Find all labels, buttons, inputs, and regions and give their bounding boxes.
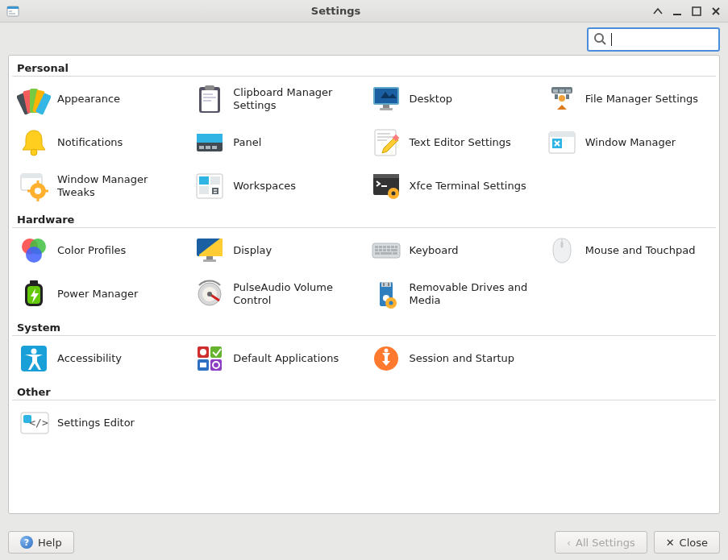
item-pulseaudio-volume-control[interactable]: PulseAudio Volume Control bbox=[189, 273, 362, 315]
clipboard-icon bbox=[193, 82, 227, 116]
item-color-profiles[interactable]: Color Profiles bbox=[14, 230, 186, 272]
item-label: Keyboard bbox=[410, 244, 459, 257]
item-mouse-and-touchpad[interactable]: Mouse and Touchpad bbox=[542, 230, 714, 272]
close-button[interactable]: ✕ Close bbox=[654, 531, 720, 554]
item-label: Settings Editor bbox=[57, 417, 135, 429]
item-label: Mouse and Touchpad bbox=[585, 244, 696, 257]
item-label: Clipboard Manager Settings bbox=[233, 86, 359, 113]
svg-rect-113 bbox=[693, 7, 701, 15]
item-desktop[interactable]: Desktop bbox=[366, 78, 539, 120]
item-label: Workspaces bbox=[233, 180, 296, 193]
footer: ? Help ‹ All Settings ✕ Close bbox=[0, 528, 728, 560]
volume-icon bbox=[193, 277, 227, 311]
close-icon: ✕ bbox=[666, 537, 675, 549]
item-appearance[interactable]: Appearance bbox=[14, 78, 186, 120]
rollup-button[interactable] bbox=[652, 6, 664, 17]
item-display[interactable]: Display bbox=[189, 230, 362, 272]
item-label: Xfce Terminal Settings bbox=[410, 180, 526, 193]
item-default-applications[interactable]: Default Applications bbox=[189, 338, 362, 380]
item-xfce-terminal-settings[interactable]: Xfce Terminal Settings bbox=[366, 165, 539, 207]
all-settings-label: All Settings bbox=[576, 537, 635, 549]
section-header-personal: Personal bbox=[12, 56, 716, 76]
item-label: Text Editor Settings bbox=[410, 136, 511, 149]
accessibility-icon bbox=[17, 342, 51, 375]
section-personal: Appearance Clipboard Manager Settings De… bbox=[12, 78, 716, 207]
section-system: Accessibility Default Applications Sessi… bbox=[12, 338, 716, 380]
titlebar: Settings bbox=[0, 0, 728, 23]
item-notifications[interactable]: Notifications bbox=[14, 122, 186, 164]
text-cursor bbox=[611, 33, 612, 46]
item-text-editor-settings[interactable]: Text Editor Settings bbox=[366, 122, 539, 164]
item-label: Power Manager bbox=[57, 288, 138, 301]
item-label: Accessibility bbox=[57, 352, 122, 365]
file-manager-icon bbox=[545, 82, 579, 116]
item-label: Panel bbox=[233, 136, 261, 149]
terminal-icon bbox=[369, 169, 403, 203]
item-label: Removable Drives and Media bbox=[410, 281, 535, 308]
item-window-manager[interactable]: Window Manager bbox=[542, 122, 714, 164]
chevron-left-icon: ‹ bbox=[567, 537, 571, 549]
help-icon: ? bbox=[20, 536, 33, 549]
window-title: Settings bbox=[19, 5, 652, 17]
item-window-manager-tweaks[interactable]: Window Manager Tweaks bbox=[14, 165, 186, 207]
item-workspaces[interactable]: Workspaces bbox=[189, 165, 362, 207]
workspaces-icon bbox=[193, 169, 227, 203]
item-file-manager-settings[interactable]: File Manager Settings bbox=[542, 78, 714, 120]
display-icon bbox=[193, 234, 227, 268]
window-manager-icon bbox=[545, 126, 579, 160]
item-session-and-startup[interactable]: Session and Startup bbox=[366, 338, 539, 380]
settings-editor-icon bbox=[17, 406, 51, 440]
search-row bbox=[0, 23, 728, 55]
search-icon bbox=[593, 32, 606, 48]
appearance-icon bbox=[17, 82, 51, 116]
bell-icon bbox=[17, 126, 51, 160]
desktop-icon bbox=[369, 82, 403, 116]
maximize-button[interactable] bbox=[691, 6, 702, 17]
color-icon bbox=[17, 234, 51, 268]
item-label: Desktop bbox=[410, 93, 453, 106]
item-label: Window Manager bbox=[585, 136, 676, 149]
section-other: Settings Editor bbox=[12, 402, 716, 444]
close-window-button[interactable] bbox=[710, 6, 722, 17]
help-button[interactable]: ? Help bbox=[8, 531, 74, 554]
close-label: Close bbox=[680, 537, 708, 549]
power-icon bbox=[17, 277, 51, 311]
mouse-icon bbox=[545, 234, 579, 268]
item-label: Window Manager Tweaks bbox=[57, 173, 183, 200]
section-header-system: System bbox=[12, 315, 716, 335]
section-header-other: Other bbox=[12, 380, 716, 400]
item-label: Notifications bbox=[57, 136, 123, 149]
item-clipboard-manager-settings[interactable]: Clipboard Manager Settings bbox=[189, 78, 362, 120]
item-keyboard[interactable]: Keyboard bbox=[366, 230, 539, 272]
item-power-manager[interactable]: Power Manager bbox=[14, 273, 186, 315]
item-label: PulseAudio Volume Control bbox=[233, 281, 359, 308]
help-label: Help bbox=[38, 537, 62, 549]
wm-tweaks-icon bbox=[17, 169, 51, 203]
all-settings-button: ‹ All Settings bbox=[555, 531, 647, 554]
item-label: Color Profiles bbox=[57, 244, 126, 257]
item-settings-editor[interactable]: Settings Editor bbox=[14, 402, 186, 444]
rocket-icon bbox=[369, 342, 403, 375]
search-input[interactable] bbox=[617, 33, 713, 47]
usb-icon bbox=[369, 277, 403, 311]
item-label: Appearance bbox=[57, 93, 120, 106]
default-apps-icon bbox=[193, 342, 227, 375]
search-box[interactable] bbox=[587, 27, 720, 52]
minimize-button[interactable] bbox=[672, 6, 683, 17]
item-removable-drives-and-media[interactable]: Removable Drives and Media bbox=[366, 273, 539, 315]
section-hardware: Color Profiles Display Keyboard Mouse an… bbox=[12, 230, 716, 315]
item-label: Default Applications bbox=[233, 352, 339, 365]
item-panel[interactable]: Panel bbox=[189, 122, 362, 164]
item-label: Session and Startup bbox=[410, 352, 515, 365]
text-editor-icon bbox=[369, 126, 403, 160]
item-accessibility[interactable]: Accessibility bbox=[14, 338, 186, 380]
settings-panel: Personal Appearance Clipboard Manager Se… bbox=[8, 55, 720, 514]
app-icon bbox=[6, 5, 19, 18]
item-label: Display bbox=[233, 244, 272, 257]
item-label: File Manager Settings bbox=[585, 93, 698, 106]
panel-icon bbox=[193, 126, 227, 160]
keyboard-icon bbox=[369, 234, 403, 268]
section-header-hardware: Hardware bbox=[12, 207, 716, 227]
